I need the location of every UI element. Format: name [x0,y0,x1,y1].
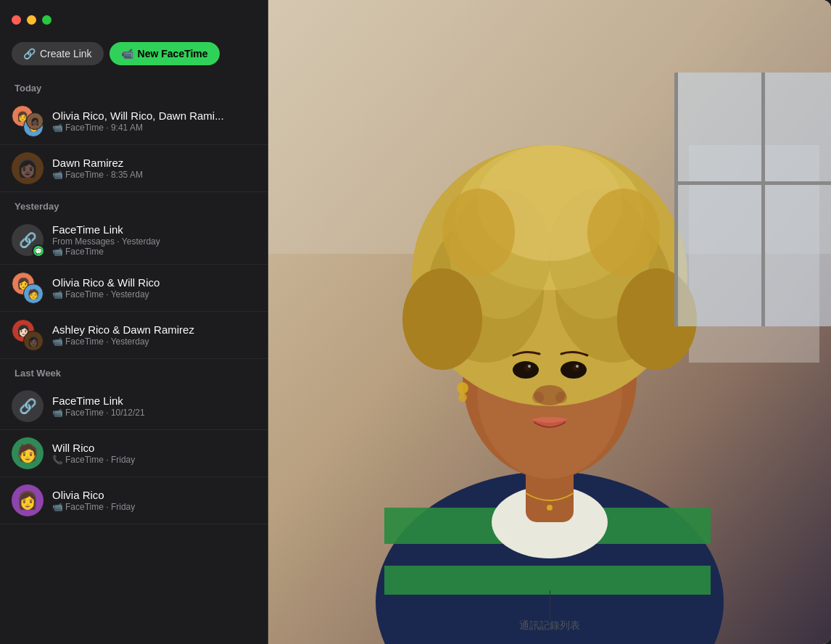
call-info: Olivia Rico, Will Rico, Dawn Rami... 📹 F… [52,110,257,133]
svg-rect-38 [674,181,831,185]
list-item[interactable]: 👩 🧑 Olivia Rico & Will Rico 📹 FaceTime ·… [0,265,268,312]
list-item[interactable]: 🔗 FaceTime Link 📹 FaceTime · 10/12/21 [0,383,268,430]
section-today: Today [0,74,268,98]
svg-rect-37 [761,73,765,326]
avatar: 👩 [12,484,44,516]
toolbar: 🔗 Create Link 📹 New FaceTime [0,36,268,74]
svg-point-31 [532,392,544,403]
call-info: FaceTime Link 📹 FaceTime · 10/12/21 [52,395,257,418]
section-lastweek: Last Week [0,359,268,383]
call-subtitle: 📹 FaceTime · Yesterday [52,289,257,300]
call-subtitle: From Messages · Yesterday [52,236,257,247]
section-yesterday: Yesterday [0,192,268,216]
list-item[interactable]: 👩 🧑 👩🏿 Olivia Rico, Will Rico, Dawn Rami… [0,98,268,145]
call-info: Ashley Rico & Dawn Ramirez 📹 FaceTime · … [52,323,257,347]
video-icon2: 📹 [52,247,63,257]
call-info: FaceTime Link From Messages · Yesterday … [52,223,257,257]
call-name: Olivia Rico, Will Rico, Dawn Rami... [52,110,257,122]
video-icon: 📹 [52,408,63,418]
list-item[interactable]: 🧑 Will Rico 📞 FaceTime · Friday [0,430,268,477]
minimize-button[interactable] [27,15,36,25]
list-item[interactable]: 👩🏿 Dawn Ramirez 📹 FaceTime · 8:35 AM [0,145,268,192]
annotation-line [550,590,550,619]
call-name: Olivia Rico [52,489,257,501]
call-info: Dawn Ramirez 📹 FaceTime · 8:35 AM [52,157,257,180]
call-info: Olivia Rico 📹 FaceTime · Friday [52,489,257,512]
video-icon: 📹 [52,337,63,347]
annotation: 通訊記錄列表 [519,590,580,632]
link-icon: 🔗 [23,48,36,59]
app-window: 🔗 Create Link 📹 New FaceTime Today 👩 🧑 👩… [0,0,831,644]
main-content: 通訊記錄列表 [268,0,831,644]
svg-point-27 [572,364,579,371]
avatar-link2: 🔗 [12,390,44,422]
video-camera-icon: 📹 [121,48,133,59]
svg-point-34 [458,393,467,402]
call-name: Dawn Ramirez [52,157,257,169]
video-icon: 📹 [52,289,63,300]
link-badge: 💬 [32,244,45,257]
svg-point-22 [442,189,515,276]
video-icon: 📹 [52,170,63,180]
call-name: Ashley Rico & Dawn Ramirez [52,323,257,336]
call-info: Olivia Rico & Will Rico 📹 FaceTime · Yes… [52,276,257,300]
svg-point-23 [587,189,660,276]
call-subtitle: 📹 FaceTime · Friday [52,502,257,512]
call-subtitle: 📹 FaceTime · Yesterday [52,337,257,347]
traffic-lights [12,15,51,25]
avatar: 👩🏿 [12,152,44,184]
svg-rect-36 [674,73,678,326]
create-link-button[interactable]: 🔗 Create Link [12,42,104,65]
call-info: Will Rico 📞 FaceTime · Friday [52,442,257,465]
avatar: 🧑 [12,437,44,469]
sidebar: 🔗 Create Link 📹 New FaceTime Today 👩 🧑 👩… [0,0,268,644]
call-name: Will Rico [52,442,257,454]
annotation-label: 通訊記錄列表 [519,619,580,632]
list-item[interactable]: 🔗 💬 FaceTime Link From Messages · Yester… [0,216,268,265]
create-link-label: Create Link [40,48,92,59]
avatar-group: 👩 🧑 👩🏿 [12,105,44,137]
call-name: Olivia Rico & Will Rico [52,276,257,289]
call-subtitle: 📹 FaceTime · 9:41 AM [52,123,257,133]
call-subtitle: 📞 FaceTime · Friday [52,455,257,465]
svg-point-32 [555,392,567,403]
fullscreen-button[interactable] [42,15,51,25]
avatar-double-2: 👩🏻 👩🏿 [12,319,44,351]
phone-icon: 📞 [52,455,63,465]
avatar-double: 👩 🧑 [12,272,44,304]
svg-point-29 [576,365,579,368]
call-name: FaceTime Link [52,395,257,407]
titlebar [0,0,268,36]
call-name: FaceTime Link [52,223,257,236]
video-icon: 📹 [52,123,63,133]
call-subtitle2: 📹 FaceTime [52,247,257,257]
call-list: Today 👩 🧑 👩🏿 Olivia Rico, Will Rico, Daw… [0,74,268,644]
video-icon: 📹 [52,502,63,512]
close-button[interactable] [12,15,21,25]
list-item[interactable]: 👩🏻 👩🏿 Ashley Rico & Dawn Ramirez 📹 FaceT… [0,312,268,359]
svg-point-10 [547,505,553,511]
facetime-preview [268,0,831,644]
new-facetime-button[interactable]: 📹 New FaceTime [109,42,220,65]
call-subtitle: 📹 FaceTime · 8:35 AM [52,170,257,180]
svg-rect-35 [674,73,831,326]
svg-point-20 [402,268,482,370]
call-subtitle: 📹 FaceTime · 10/12/21 [52,408,257,418]
list-item[interactable]: 👩 Olivia Rico 📹 FaceTime · Friday [0,477,268,524]
new-facetime-label: New FaceTime [138,48,208,59]
avatar-link: 🔗 💬 [12,224,44,256]
svg-point-33 [457,382,468,394]
svg-point-26 [524,364,532,371]
svg-point-28 [528,365,531,368]
